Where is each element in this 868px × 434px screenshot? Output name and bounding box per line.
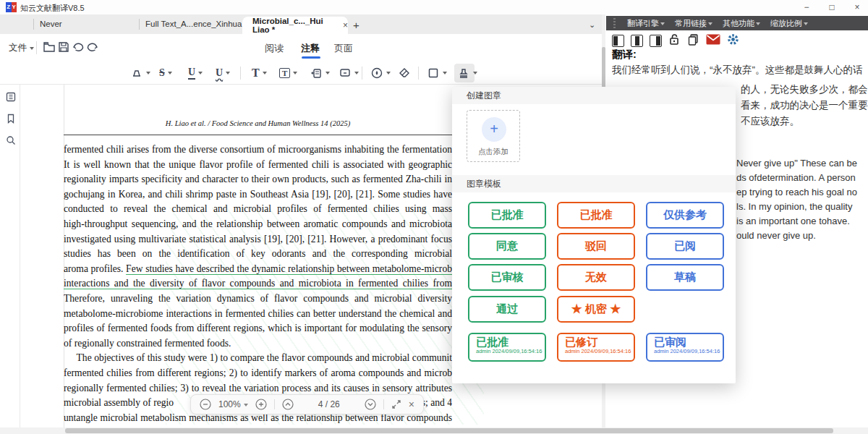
- stamp-template-button[interactable]: 仅供参考: [646, 202, 724, 229]
- stamp-template-button[interactable]: 已审核: [468, 264, 546, 291]
- translation-fragment: 不应该放弃。: [741, 115, 868, 128]
- tab-close-icon[interactable]: ×: [343, 20, 348, 30]
- tab-fulltext[interactable]: Full Text_A...ence_Xinhua: [145, 20, 242, 28]
- strikethrough-tool-icon[interactable]: S: [159, 64, 172, 82]
- toolbar-divider: [418, 67, 419, 80]
- redo-icon[interactable]: [85, 40, 100, 54]
- zoom-out-icon[interactable]: [200, 399, 211, 410]
- tab-never[interactable]: Never: [40, 20, 62, 28]
- toolbar-divider: [362, 67, 362, 80]
- add-stamp-label: 点击添加: [467, 147, 519, 157]
- maximize-button[interactable]: □: [821, 0, 843, 14]
- thumbnails-icon[interactable]: [6, 92, 16, 105]
- left-sidebar: [0, 85, 20, 428]
- squiggly-underline-tool-icon[interactable]: U: [216, 64, 230, 82]
- add-stamp-button[interactable]: + 点击添加: [467, 110, 520, 162]
- stamp-template-button[interactable]: 已阅: [646, 233, 724, 260]
- body-text-line: profiles of fermented foods from differe…: [64, 321, 452, 336]
- body-text-line: fermented chilies from different regions…: [64, 366, 452, 381]
- horizontal-scrollbar-thumb[interactable]: [65, 428, 833, 433]
- undo-icon[interactable]: [71, 40, 85, 54]
- open-folder-icon[interactable]: [42, 40, 56, 54]
- zoom-in-icon[interactable]: [255, 399, 267, 410]
- stamp-panel: 创建图章 + 点击添加 图章模板 已批准已批准仅供参考同意驳回已阅已审核无效草稿…: [452, 87, 736, 383]
- eraser-tool-icon[interactable]: [398, 64, 411, 82]
- menu-common-links[interactable]: 常用链接: [675, 18, 712, 29]
- body-text-line: conducted to reveal the chemical and mic…: [64, 202, 452, 217]
- next-page-icon[interactable]: [365, 399, 376, 410]
- menu-zoom-ratio[interactable]: 缩放比例: [770, 18, 808, 29]
- stamp-template-button-dated[interactable]: 已批准admin 2024/09/09,16:54:16: [468, 333, 546, 362]
- layout-right-icon[interactable]: [650, 35, 662, 47]
- freehand-pen-tool-icon[interactable]: [370, 64, 391, 82]
- translation-icon-row: [612, 33, 739, 48]
- journal-running-head: H. Liao et al. / Food Science and Human …: [64, 119, 452, 127]
- stamp-template-button[interactable]: 通过: [468, 296, 546, 323]
- tab-microbial-active[interactable]: Microbial_c..._Hui Liao * ×: [242, 17, 348, 34]
- tab-divider: [33, 19, 34, 30]
- rectangle-shape-tool-icon[interactable]: [427, 64, 447, 82]
- page-navigation-toolbar: 100% 4 / 26 ×: [190, 394, 424, 414]
- source-text-line: is an important one tohave.: [736, 216, 868, 226]
- body-text-line: gochujang in Korea, and chili shrimp pas…: [64, 187, 452, 203]
- mail-icon[interactable]: [706, 34, 720, 48]
- tab-divider: [139, 19, 140, 30]
- save-icon[interactable]: [56, 40, 71, 54]
- layout-middle-icon[interactable]: [631, 35, 643, 47]
- toolbar-divider: [274, 399, 275, 409]
- create-stamp-header: 创建图章: [452, 87, 736, 104]
- unlock-icon[interactable]: [668, 33, 681, 48]
- app-title: 知云文献翻译V8.5: [20, 3, 85, 14]
- copy-pages-icon[interactable]: [687, 33, 699, 48]
- menu-other-functions[interactable]: 其他功能: [723, 18, 760, 29]
- source-text-line: ep trying to reach his goal no: [736, 187, 868, 197]
- view-tab-read[interactable]: 阅读: [265, 42, 284, 55]
- stamp-template-button[interactable]: ★ 机密 ★: [557, 296, 635, 323]
- drag-grip-icon[interactable]: [613, 18, 616, 28]
- stamp-template-button-dated[interactable]: 已修订admin 2024/09/09,16:54:16: [557, 333, 635, 362]
- file-menu[interactable]: 文件: [9, 42, 34, 54]
- previous-page-icon[interactable]: [282, 399, 294, 410]
- new-tab-button[interactable]: +: [353, 19, 359, 31]
- close-button[interactable]: ×: [846, 0, 868, 14]
- stamp-tool-icon[interactable]: [457, 64, 477, 82]
- stamp-template-button[interactable]: 草稿: [646, 264, 724, 291]
- view-tab-page[interactable]: 页面: [334, 42, 353, 55]
- body-text: fermented chili arises from the diverse …: [64, 142, 452, 425]
- toolbar-divider: [36, 41, 37, 54]
- zoom-level[interactable]: 100%: [218, 399, 248, 409]
- underline-tool-icon[interactable]: U: [188, 64, 203, 82]
- view-tab-annotate[interactable]: 注释: [301, 42, 320, 55]
- body-text-line: investigated using multivariate statisti…: [64, 232, 452, 247]
- horizontal-scrollbar[interactable]: [0, 427, 868, 434]
- stamp-template-button[interactable]: 驳回: [557, 233, 635, 260]
- toolbar-divider: [240, 67, 241, 80]
- body-text-line: of regionally constrained fermented food…: [64, 336, 452, 352]
- text-box-tool-icon[interactable]: T: [279, 64, 297, 82]
- stamp-template-button[interactable]: 已批准: [468, 202, 546, 229]
- settings-gear-icon[interactable]: [727, 33, 739, 48]
- tab-overflow-chevron-icon[interactable]: ⌄: [589, 20, 595, 30]
- bookmark-icon[interactable]: [6, 114, 16, 127]
- source-text-line: ds ofdetermination. A person: [736, 172, 868, 183]
- menu-translate-engine[interactable]: 翻译引擎: [627, 18, 665, 29]
- comment-tool-icon[interactable]: [339, 64, 359, 82]
- minimize-button[interactable]: −: [796, 0, 817, 14]
- main-toolbar: 文件 阅读 注释 页面: [0, 34, 602, 61]
- callout-note-tool-icon[interactable]: [310, 64, 330, 82]
- highlight-tool-icon[interactable]: [130, 64, 150, 82]
- source-text-line: ould never give up.: [736, 230, 868, 241]
- annotation-toolbar: S U U T T: [0, 61, 602, 85]
- close-toolbar-icon[interactable]: ×: [409, 399, 414, 410]
- text-tool-icon[interactable]: T: [252, 64, 267, 82]
- search-icon[interactable]: [6, 135, 16, 148]
- document-tab-strip: Never Full Text_A...ence_Xinhua Microbia…: [0, 14, 602, 34]
- stamp-template-button[interactable]: 已批准: [557, 202, 635, 229]
- stamp-template-button[interactable]: 同意: [468, 233, 546, 260]
- source-text-line: Never give up" These can be: [736, 158, 868, 169]
- stamp-template-button-dated[interactable]: 已审阅admin 2024/09/09,16:54:16: [646, 333, 724, 362]
- stamp-template-button[interactable]: 无效: [557, 264, 635, 291]
- layout-left-icon[interactable]: [612, 35, 624, 47]
- fullscreen-icon[interactable]: [391, 399, 401, 409]
- page-indicator[interactable]: 4 / 26: [301, 399, 357, 409]
